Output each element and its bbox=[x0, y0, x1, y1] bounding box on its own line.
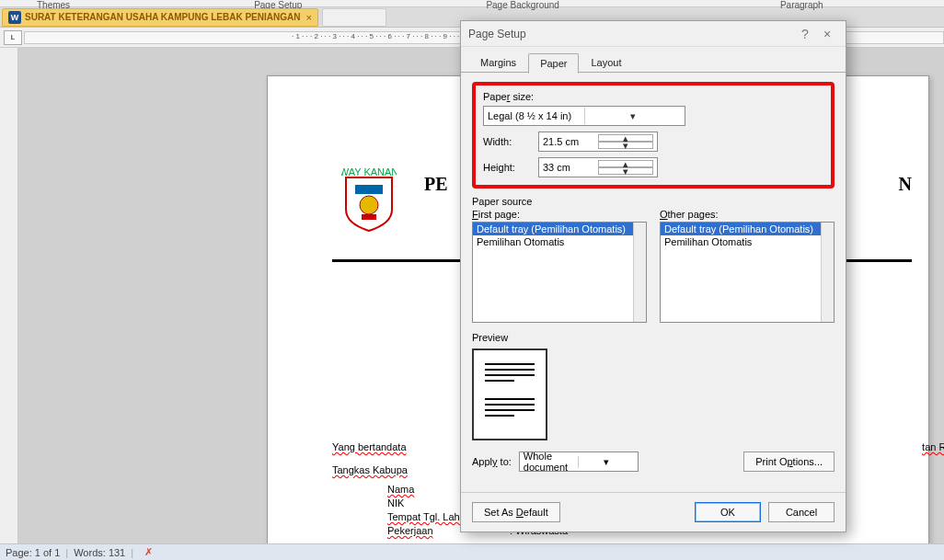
dialog-tabs: Margins Paper Layout bbox=[461, 47, 846, 73]
width-spinner[interactable]: ▴▾ bbox=[598, 134, 653, 149]
preview-label: Preview bbox=[472, 332, 835, 343]
preview-thumbnail bbox=[472, 349, 547, 440]
list-item[interactable]: Default tray (Pemilihan Otomatis) bbox=[661, 223, 834, 235]
tab-layout[interactable]: Layout bbox=[579, 52, 633, 73]
vertical-ruler[interactable] bbox=[0, 48, 18, 543]
first-page-listbox[interactable]: Default tray (Pemilihan Otomatis) Pemili… bbox=[472, 222, 647, 323]
proofing-error-icon[interactable]: ✗ bbox=[144, 546, 153, 558]
document-heading-right: N bbox=[899, 174, 912, 195]
dialog-body: Paper size: Legal (8 ½ x 14 in) ▾ Width:… bbox=[461, 72, 846, 483]
other-pages-listbox[interactable]: Default tray (Pemilihan Otomatis) Pemili… bbox=[660, 222, 835, 323]
document-body-text: Yang bertandata Tangkas Kabupa bbox=[332, 435, 408, 481]
height-value: 33 cm bbox=[543, 162, 598, 173]
paper-size-dropdown[interactable]: Legal (8 ½ x 14 in) ▾ bbox=[483, 106, 685, 126]
dialog-titlebar[interactable]: Page Setup ? × bbox=[461, 21, 846, 47]
height-spinner[interactable]: ▴▾ bbox=[598, 160, 653, 175]
width-input[interactable]: 21.5 cm ▴▾ bbox=[538, 131, 658, 152]
ribbon-paragraph[interactable]: Paragraph bbox=[743, 0, 860, 6]
print-options-button[interactable]: Print Options... bbox=[743, 451, 835, 472]
status-words[interactable]: Words: 131 bbox=[74, 547, 125, 558]
list-item[interactable]: Pemilihan Otomatis bbox=[473, 235, 646, 248]
paper-size-label: Paper size: bbox=[483, 91, 823, 102]
dialog-footer: Set As Default OK Cancel bbox=[461, 492, 846, 531]
document-tab-title: SURAT KETERANGAN USAHA KAMPUNG LEBAK PEN… bbox=[25, 12, 300, 22]
svg-text:WAY KANAN: WAY KANAN bbox=[341, 168, 397, 177]
preview-section: Preview bbox=[472, 332, 835, 440]
scrollbar[interactable] bbox=[821, 223, 834, 322]
document-body-text-right: tan Rebang bbox=[922, 435, 944, 458]
document-tab-empty[interactable] bbox=[322, 8, 386, 27]
document-heading-left: PE bbox=[424, 174, 448, 195]
first-page-label: First page: bbox=[472, 209, 647, 220]
dialog-close-icon[interactable]: × bbox=[816, 27, 838, 41]
set-as-default-button[interactable]: Set As Default bbox=[472, 502, 560, 522]
paper-source-label: Paper source bbox=[472, 196, 835, 207]
tab-stop-selector[interactable]: L bbox=[4, 30, 22, 45]
document-logo: WAY KANAN bbox=[341, 168, 397, 233]
ribbon-themes[interactable]: Themes bbox=[0, 0, 107, 6]
paper-size-value: Legal (8 ½ x 14 in) bbox=[488, 110, 584, 121]
chevron-down-icon: ▾ bbox=[578, 456, 634, 468]
dialog-title: Page Setup bbox=[468, 28, 794, 40]
svg-point-2 bbox=[360, 196, 378, 214]
word-icon: W bbox=[8, 11, 21, 24]
ribbon-group-labels: Themes Page Setup Page Background Paragr… bbox=[0, 0, 944, 7]
height-input[interactable]: 33 cm ▴▾ bbox=[538, 157, 658, 177]
chevron-down-icon: ▾ bbox=[584, 108, 682, 124]
ribbon-page-setup[interactable]: Page Setup bbox=[217, 0, 339, 6]
tab-margins[interactable]: Margins bbox=[468, 52, 528, 73]
list-item[interactable]: Default tray (Pemilihan Otomatis) bbox=[473, 223, 646, 235]
paper-size-highlight: Paper size: Legal (8 ½ x 14 in) ▾ Width:… bbox=[472, 82, 835, 189]
status-page[interactable]: Page: 1 of 1 bbox=[6, 547, 60, 558]
ribbon-page-background[interactable]: Page Background bbox=[449, 0, 596, 6]
svg-rect-3 bbox=[362, 214, 376, 220]
tab-paper[interactable]: Paper bbox=[528, 53, 579, 74]
apply-to-value: Whole document bbox=[524, 451, 579, 473]
document-tab-close-icon[interactable]: × bbox=[305, 12, 311, 23]
ok-button[interactable]: OK bbox=[695, 502, 761, 522]
paper-source-section: Paper source First page: Default tray (P… bbox=[472, 196, 835, 323]
page-setup-dialog: Page Setup ? × Margins Paper Layout Pape… bbox=[460, 20, 846, 532]
list-item[interactable]: Pemilihan Otomatis bbox=[661, 235, 834, 248]
apply-to-label: Apply to: bbox=[472, 456, 512, 467]
svg-rect-1 bbox=[355, 185, 383, 194]
dialog-help-icon[interactable]: ? bbox=[794, 27, 816, 41]
other-pages-label: Other pages: bbox=[660, 209, 835, 220]
width-value: 21.5 cm bbox=[543, 136, 598, 147]
width-label: Width: bbox=[483, 136, 538, 147]
height-label: Height: bbox=[483, 162, 538, 173]
apply-to-dropdown[interactable]: Whole document ▾ bbox=[519, 451, 639, 472]
status-bar: Page: 1 of 1 | Words: 131 | ✗ bbox=[0, 543, 944, 560]
scrollbar[interactable] bbox=[633, 223, 646, 322]
cancel-button[interactable]: Cancel bbox=[768, 502, 835, 522]
document-tab-active[interactable]: W SURAT KETERANGAN USAHA KAMPUNG LEBAK P… bbox=[2, 8, 318, 27]
apply-to-row: Apply to: Whole document ▾ Print Options… bbox=[472, 451, 835, 472]
